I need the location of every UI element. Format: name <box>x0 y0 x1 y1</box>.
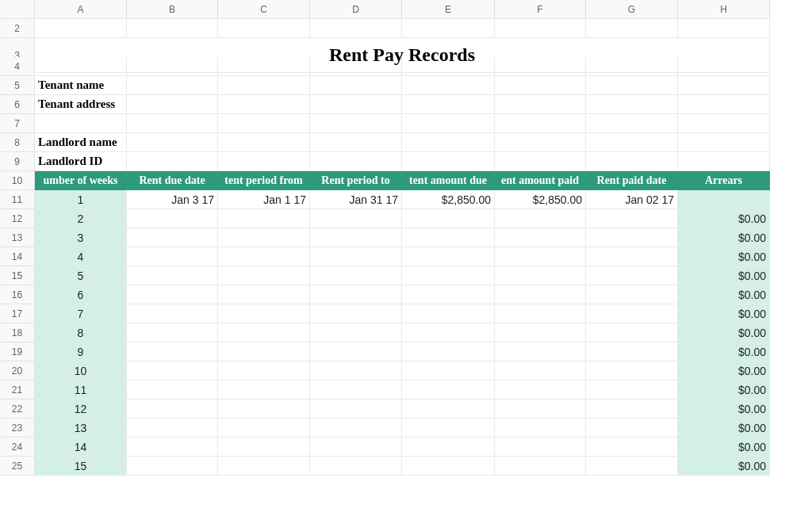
col-header-A[interactable]: A <box>35 0 127 19</box>
cell-to[interactable] <box>310 400 402 419</box>
cell-from[interactable] <box>218 247 310 266</box>
cell-week[interactable]: 6 <box>35 285 127 304</box>
row-header-20[interactable]: 20 <box>0 361 35 380</box>
th-rent-period-to[interactable]: Rent period to <box>310 171 402 190</box>
cell-due[interactable] <box>127 342 218 361</box>
cell-arrears[interactable]: $0.00 <box>678 209 770 228</box>
cell-arrears[interactable]: $0.00 <box>678 266 770 285</box>
cell-B4[interactable] <box>127 57 218 76</box>
cell-arrears[interactable]: $0.00 <box>678 380 770 400</box>
cell-arrears[interactable]: $0.00 <box>678 400 770 419</box>
cell-amt-due[interactable] <box>402 400 495 419</box>
cell-from[interactable] <box>218 400 310 419</box>
cell-E2[interactable] <box>402 19 495 38</box>
cell-paid-date[interactable] <box>586 361 678 380</box>
label-landlord-name[interactable]: Landlord name <box>35 133 127 152</box>
label-tenant-name[interactable]: Tenant name <box>35 76 127 95</box>
cell-B6[interactable] <box>127 95 218 114</box>
th-rent-amount-due[interactable]: tent amount due <box>402 171 495 190</box>
row-header-14[interactable]: 14 <box>0 247 35 266</box>
cell-due[interactable] <box>127 247 218 266</box>
cell-H4[interactable] <box>678 57 770 76</box>
corner-cell[interactable] <box>0 0 35 19</box>
cell-amt-due[interactable] <box>402 209 495 228</box>
cell-arrears[interactable]: $0.00 <box>678 228 770 247</box>
cell-paid-date[interactable] <box>586 304 678 323</box>
cell-E9[interactable] <box>402 152 495 171</box>
cell-arrears[interactable] <box>678 190 770 209</box>
th-number-of-weeks[interactable]: umber of weeks <box>35 171 127 190</box>
cell-amt-due[interactable] <box>402 228 495 247</box>
cell-to[interactable]: Jan 31 17 <box>310 190 402 209</box>
cell-amt-due[interactable] <box>402 438 495 457</box>
cell-amt-due[interactable] <box>402 380 495 400</box>
cell-from[interactable] <box>218 209 310 228</box>
cell-B7[interactable] <box>127 114 218 133</box>
cell-B2[interactable] <box>127 19 218 38</box>
cell-week[interactable]: 13 <box>35 419 127 438</box>
cell-from[interactable] <box>218 304 310 323</box>
cell-D9[interactable] <box>310 152 402 171</box>
cell-paid-date[interactable] <box>586 342 678 361</box>
cell-F9[interactable] <box>495 152 586 171</box>
row-header-18[interactable]: 18 <box>0 323 35 342</box>
cell-due[interactable] <box>127 380 218 400</box>
cell-paid-date[interactable] <box>586 285 678 304</box>
cell-due[interactable] <box>127 304 218 323</box>
cell-G4[interactable] <box>586 57 678 76</box>
cell-F5[interactable] <box>495 76 586 95</box>
cell-amt-due[interactable] <box>402 247 495 266</box>
cell-amt-paid[interactable] <box>495 285 586 304</box>
cell-amt-paid[interactable] <box>495 266 586 285</box>
row-header-10[interactable]: 10 <box>0 171 35 190</box>
cell-paid-date[interactable]: Jan 02 17 <box>586 190 678 209</box>
cell-A7[interactable] <box>35 114 127 133</box>
cell-G5[interactable] <box>586 76 678 95</box>
cell-arrears[interactable]: $0.00 <box>678 361 770 380</box>
cell-paid-date[interactable] <box>586 419 678 438</box>
cell-due[interactable] <box>127 323 218 342</box>
cell-amt-paid[interactable] <box>495 342 586 361</box>
th-arrears[interactable]: Arrears <box>678 171 770 190</box>
cell-amt-paid[interactable] <box>495 380 586 400</box>
cell-week[interactable]: 14 <box>35 438 127 457</box>
cell-G7[interactable] <box>586 114 678 133</box>
row-header-22[interactable]: 22 <box>0 400 35 419</box>
cell-paid-date[interactable] <box>586 209 678 228</box>
th-rent-paid-date[interactable]: Rent paid date <box>586 171 678 190</box>
cell-arrears[interactable]: $0.00 <box>678 285 770 304</box>
cell-C9[interactable] <box>218 152 310 171</box>
cell-paid-date[interactable] <box>586 266 678 285</box>
cell-D5[interactable] <box>310 76 402 95</box>
cell-from[interactable] <box>218 323 310 342</box>
cell-to[interactable] <box>310 361 402 380</box>
label-tenant-address[interactable]: Tenant address <box>35 95 127 114</box>
cell-paid-date[interactable] <box>586 247 678 266</box>
cell-week[interactable]: 12 <box>35 400 127 419</box>
cell-to[interactable] <box>310 419 402 438</box>
cell-week[interactable]: 9 <box>35 342 127 361</box>
cell-B9[interactable] <box>127 152 218 171</box>
cell-due[interactable] <box>127 266 218 285</box>
col-header-C[interactable]: C <box>218 0 310 19</box>
cell-E5[interactable] <box>402 76 495 95</box>
row-header-21[interactable]: 21 <box>0 380 35 400</box>
cell-to[interactable] <box>310 457 402 476</box>
cell-G2[interactable] <box>586 19 678 38</box>
cell-B8[interactable] <box>127 133 218 152</box>
row-header-5[interactable]: 5 <box>0 76 35 95</box>
row-header-23[interactable]: 23 <box>0 419 35 438</box>
cell-paid-date[interactable] <box>586 400 678 419</box>
row-header-17[interactable]: 17 <box>0 304 35 323</box>
cell-week[interactable]: 5 <box>35 266 127 285</box>
cell-amt-due[interactable] <box>402 361 495 380</box>
cell-F7[interactable] <box>495 114 586 133</box>
cell-amt-paid[interactable] <box>495 228 586 247</box>
cell-paid-date[interactable] <box>586 438 678 457</box>
row-header-25[interactable]: 25 <box>0 457 35 476</box>
cell-H2[interactable] <box>678 19 770 38</box>
row-header-16[interactable]: 16 <box>0 285 35 304</box>
cell-C5[interactable] <box>218 76 310 95</box>
cell-from[interactable] <box>218 266 310 285</box>
cell-paid-date[interactable] <box>586 228 678 247</box>
